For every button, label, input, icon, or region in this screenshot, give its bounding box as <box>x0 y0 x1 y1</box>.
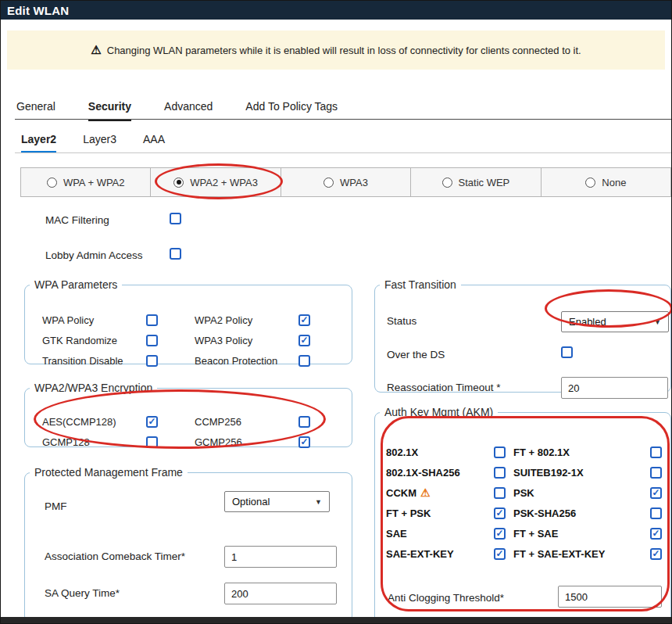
akm-row: SAE-EXT-KEY FT + SAE-EXT-KEY <box>375 543 670 564</box>
security-mode-label: Static WEP <box>459 177 510 188</box>
gtk-randomize-checkbox[interactable] <box>146 335 158 346</box>
ccmp256-checkbox[interactable] <box>298 416 310 428</box>
checkbox-label: 802.1X-SHA256 <box>386 467 460 479</box>
radio-button[interactable] <box>442 178 452 188</box>
main-tabs: General Security Advanced Add To Policy … <box>16 100 338 121</box>
over-the-ds-label: Over the DS <box>387 349 445 360</box>
ft-sae-checkbox[interactable] <box>650 528 662 540</box>
wpa-parameters-row: WPA Policy WPA2 Policy <box>25 310 352 330</box>
transition-disable-checkbox[interactable] <box>146 355 158 367</box>
checkbox-label: GCMP256 <box>195 436 298 448</box>
cckm-checkbox[interactable] <box>494 487 506 499</box>
wpa-parameters-row: Transition Disable Beacon Protection <box>25 350 352 371</box>
sa-query-time-input[interactable] <box>224 583 337 604</box>
tab-advanced[interactable]: Advanced <box>164 100 213 121</box>
akm-row: CCKM ⚠ PSK <box>375 482 670 503</box>
subtabs-divider <box>15 152 671 153</box>
pmf-legend: Protected Management Frame <box>30 466 188 479</box>
association-comeback-timer-input[interactable] <box>224 546 337 568</box>
reassociation-timeout-input[interactable] <box>561 377 668 399</box>
checkbox-label: AES(CCMP128) <box>42 416 146 428</box>
over-the-ds-checkbox[interactable] <box>561 346 573 358</box>
encryption-row: GCMP128 GCMP256 <box>25 432 352 452</box>
dropdown-value: Optional <box>232 496 270 507</box>
security-mode-option-static-wep[interactable]: Static WEP <box>411 168 541 196</box>
beacon-protection-checkbox[interactable] <box>298 355 310 367</box>
subtab-layer2[interactable]: Layer2 <box>21 133 56 153</box>
layer2-security-mode-group: WPA + WPA2 WPA2 + WPA3 WPA3 Static WEP N… <box>20 167 671 197</box>
wpa2-policy-checkbox[interactable] <box>298 314 310 326</box>
aes-ccmp128-checkbox[interactable] <box>146 416 158 428</box>
security-mode-label: WPA + WPA2 <box>63 177 125 188</box>
anti-clogging-threshold-input[interactable] <box>558 586 662 608</box>
fast-transition-legend: Fast Transition <box>380 278 461 291</box>
psk-sha256-checkbox[interactable] <box>650 507 662 519</box>
mac-filtering-checkbox[interactable] <box>170 213 181 224</box>
gcmp256-checkbox[interactable] <box>298 436 310 448</box>
security-mode-option-wpa-wpa2[interactable]: WPA + WPA2 <box>21 168 151 196</box>
mac-filtering-label: MAC Filtering <box>45 214 109 226</box>
radio-button[interactable] <box>47 178 57 188</box>
checkbox-label: WPA3 Policy <box>195 335 298 346</box>
fast-transition-status-dropdown[interactable]: Enabled ▼ <box>561 311 669 332</box>
security-mode-label: WPA3 <box>340 177 368 188</box>
checkbox-label: 802.1X <box>386 446 418 458</box>
wpa3-policy-checkbox[interactable] <box>298 335 310 346</box>
sa-query-time-label: SA Query Time* <box>45 587 120 599</box>
akm-legend: Auth Key Mgmt (AKM) <box>380 406 498 418</box>
wpa-parameters-row: GTK Randomize WPA3 Policy <box>25 330 352 350</box>
checkbox-label: GCMP128 <box>42 436 146 448</box>
security-mode-label: WPA2 + WPA3 <box>190 177 258 188</box>
checkbox-label: PSK-SHA256 <box>513 507 650 519</box>
checkbox-label: CCKM <box>386 487 416 499</box>
radio-button[interactable] <box>323 178 334 188</box>
checkbox-label: FT + 802.1X <box>513 446 650 458</box>
tab-general[interactable]: General <box>16 100 55 121</box>
checkbox-label: Beacon Protection <box>195 355 298 367</box>
wpa-parameters-section: WPA Parameters WPA Policy WPA2 Policy GT… <box>24 278 352 364</box>
gcmp128-checkbox[interactable] <box>146 436 158 448</box>
checkbox-label: PSK <box>513 487 650 499</box>
wpa-parameters-legend: WPA Parameters <box>30 278 122 291</box>
subtab-layer3[interactable]: Layer3 <box>83 133 116 153</box>
security-mode-option-none[interactable]: None <box>542 168 670 196</box>
wpa-policy-checkbox[interactable] <box>146 314 158 326</box>
checkbox-label: WPA2 Policy <box>195 314 298 326</box>
checkbox-label: FT + SAE <box>513 528 650 540</box>
ft-dot1x-checkbox[interactable] <box>650 446 662 458</box>
encryption-legend: WPA2/WPA3 Encryption <box>30 382 157 394</box>
psk-checkbox[interactable] <box>650 487 662 499</box>
security-mode-option-wpa2-wpa3[interactable]: WPA2 + WPA3 <box>151 168 281 196</box>
lobby-admin-access-checkbox[interactable] <box>170 248 181 260</box>
akm-section: Auth Key Mgmt (AKM) 802.1X FT + 802.1X 8… <box>374 406 671 624</box>
dot1x-sha256-checkbox[interactable] <box>494 467 506 479</box>
security-mode-option-wpa3[interactable]: WPA3 <box>281 168 411 196</box>
checkbox-label: FT + SAE-EXT-KEY <box>513 548 650 560</box>
radio-button[interactable] <box>585 178 595 188</box>
sae-ext-key-checkbox[interactable] <box>494 548 506 560</box>
akm-row: FT + PSK PSK-SHA256 <box>375 503 670 523</box>
chevron-down-icon: ▼ <box>315 498 322 506</box>
security-mode-label: None <box>602 177 626 188</box>
warning-triangle-icon: ⚠ <box>91 43 101 57</box>
pmf-dropdown[interactable]: Optional ▼ <box>224 491 330 512</box>
subtab-aaa[interactable]: AAA <box>143 133 165 153</box>
checkbox-label: SUITEB192-1X <box>513 467 650 479</box>
lobby-admin-access-label: Lobby Admin Access <box>45 249 143 261</box>
tab-security[interactable]: Security <box>88 100 131 121</box>
chevron-down-icon: ▼ <box>654 318 661 326</box>
association-comeback-timer-label: Association Comeback Timer* <box>45 550 185 562</box>
suiteb192-1x-checkbox[interactable] <box>650 467 662 479</box>
anti-clogging-threshold-label: Anti Clogging Threshold* <box>388 592 504 604</box>
tab-add-to-policy-tags[interactable]: Add To Policy Tags <box>245 100 338 121</box>
akm-row: SAE FT + SAE <box>375 523 670 543</box>
sae-checkbox[interactable] <box>494 528 506 540</box>
checkbox-label: WPA Policy <box>42 314 146 326</box>
ft-psk-checkbox[interactable] <box>494 507 506 519</box>
ft-sae-ext-key-checkbox[interactable] <box>650 548 662 560</box>
page-title: Edit WLAN <box>7 4 69 17</box>
radio-button[interactable] <box>173 178 184 188</box>
reassociation-timeout-label: Reassociation Timeout * <box>387 382 501 393</box>
checkbox-label: FT + PSK <box>386 507 431 519</box>
dot1x-checkbox[interactable] <box>494 446 506 458</box>
